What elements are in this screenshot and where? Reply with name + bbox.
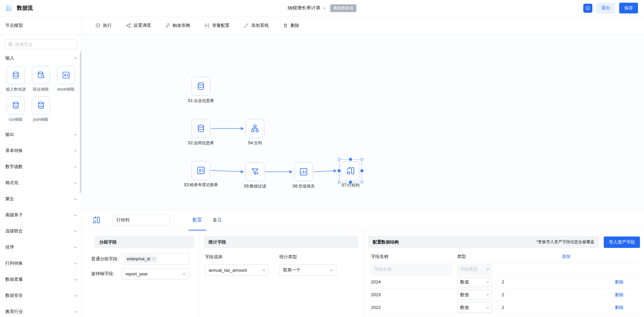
table-row: 2024数值2删除 (369, 276, 639, 288)
chevron-down-icon (262, 268, 266, 271)
resize-handle[interactable] (361, 181, 363, 183)
svg-text:JSON: JSON (39, 105, 43, 107)
palette-item-json[interactable]: JSONjson抽取 (29, 96, 54, 122)
chevron-down-icon (74, 149, 77, 151)
delete-row-link[interactable]: 删除 (615, 292, 624, 297)
toolbar-item-line[interactable]: 添加直线 (244, 22, 269, 29)
palette-item-database-search[interactable]: 联合抽取 (29, 66, 54, 92)
structure-table-body: 2024数值2删除2023数值2删除2022数值2删除 (369, 276, 639, 314)
resize-handle[interactable] (338, 181, 340, 183)
chevron-down-icon (74, 229, 77, 232)
stat-type-label: 统计类型 (279, 254, 336, 260)
palette-item-csv[interactable]: CSVcsv抽取 (3, 96, 29, 122)
sidebar-section-input[interactable]: 输入 (0, 51, 82, 65)
resize-handle[interactable] (338, 158, 340, 161)
flow-canvas[interactable]: S1:企业信息表S2:合同信息表S4:分列S3:税务年度记录表S5:数据过滤S6… (83, 35, 644, 210)
exit-button[interactable]: 退出 (596, 3, 615, 13)
schedule-icon (126, 23, 131, 28)
delete-row-link[interactable]: 删除 (615, 305, 624, 310)
toolbar-item-play[interactable]: 执行 (95, 22, 112, 29)
group-field-input[interactable]: enterprise_id × (122, 253, 189, 265)
app-launcher-grid-icon[interactable] (6, 5, 12, 11)
import-asset-fields-button[interactable]: 导入资产字段 (604, 236, 640, 248)
delete-row-link[interactable]: 删除 (615, 279, 624, 284)
resize-handle[interactable] (361, 158, 363, 161)
chevron-down-icon (486, 280, 489, 283)
sidebar-section[interactable]: 行列转换 (0, 255, 82, 271)
palette-item-excel[interactable]: excel抽取 (53, 66, 78, 92)
connector-handle[interactable] (349, 158, 352, 161)
data-structure-header: 配置数据结构 *更换导入资产字段信息会被覆盖 导入资产字段 (368, 236, 640, 248)
pivot-axis-row: 旋转轴字段: report_year (91, 268, 200, 279)
tab-config[interactable]: 配置 (189, 210, 206, 230)
field-value-cell: 2 (500, 292, 560, 297)
column-header-name: 字段名称 (369, 254, 455, 260)
chevron-down-icon (74, 310, 77, 312)
flow-node-S7[interactable]: S7:行转列 (327, 161, 374, 188)
json-icon: JSON (32, 96, 50, 114)
filter-icon (246, 162, 264, 181)
tab-notes[interactable]: 备注 (209, 210, 226, 230)
monitor-button[interactable] (583, 4, 592, 13)
column-header-type: 类型 (455, 254, 500, 260)
flow-node-S6[interactable]: S6:空值填充 (280, 162, 327, 189)
sidebar-section[interactable]: 数据安全 (0, 287, 82, 304)
flow-node-label: S5:数据过滤 (244, 183, 266, 189)
toolbar-item-dependency[interactable]: 触发依赖 (165, 22, 190, 29)
connector-handle[interactable] (338, 169, 341, 172)
flow-name: 纳税增长率计算 (288, 5, 321, 11)
flow-node-S4[interactable]: S4:分列 (231, 119, 278, 146)
sidebar-section[interactable]: 数据质量 (0, 271, 82, 287)
stat-type-select[interactable]: 取第一个 (279, 264, 336, 276)
field-type-select[interactable]: 数值 (457, 277, 492, 287)
sidebar-section[interactable]: 教育行业 (0, 304, 82, 317)
toolbar-item-variable[interactable]: 变量配置 (204, 22, 229, 29)
node-name-input[interactable] (113, 215, 170, 225)
pivot-axis-select[interactable]: report_year (122, 268, 189, 279)
sidebar-section[interactable]: 数学函数 (0, 159, 82, 175)
data-structure-column: 配置数据结构 *更换导入资产字段信息会被覆盖 导入资产字段 字段名称 类型 添加 (364, 230, 644, 317)
stat-field-group: 字段选择 annual_tax_amount (205, 254, 269, 276)
remove-tag-icon[interactable]: × (152, 257, 155, 261)
group-field-row: 普通分组字段: enterprise_id × (91, 253, 200, 265)
flow-node-S3[interactable]: S3:税务年度记录表 (177, 161, 224, 188)
app-title: 数据流 (17, 5, 33, 12)
sidebar-section[interactable]: 连接联合 (0, 223, 82, 239)
field-type-select[interactable]: 数值 (457, 303, 492, 313)
toolbar-item-trash[interactable]: 删除 (283, 22, 299, 29)
flow-name-dropdown[interactable]: 纳税增长率计算 (288, 5, 326, 11)
csv-icon: CSV (7, 96, 25, 114)
chevron-down-icon (74, 197, 77, 200)
sidebar-section[interactable]: 格式化 (0, 175, 82, 191)
new-field-type-select[interactable]: 字段类型 (457, 264, 492, 274)
search-input[interactable] (15, 42, 74, 47)
connector-handle[interactable] (349, 181, 352, 184)
sidebar-section[interactable]: 聚合 (0, 191, 82, 207)
add-row-link[interactable]: 添加 (562, 254, 571, 259)
sidebar-section[interactable]: 输出 (0, 126, 82, 143)
flow-node-S5[interactable]: S5:数据过滤 (231, 162, 278, 189)
new-field-name-input[interactable] (371, 264, 452, 274)
field-type-select[interactable]: 数值 (457, 290, 492, 300)
config-tabs: 配置 备注 (189, 210, 226, 230)
save-button[interactable]: 保存 (619, 3, 638, 13)
flow-node-S2[interactable]: S2:合同信息表 (177, 119, 224, 146)
palette-item-database[interactable]: 输入数据源 (3, 66, 29, 92)
chevron-down-icon (486, 306, 489, 308)
sidebar-section[interactable]: 高级算子 (0, 207, 82, 223)
sidebar-section[interactable]: 基本转换 (0, 143, 82, 159)
group-fields-title: 分组字段 (95, 236, 194, 248)
sidebar-section[interactable]: 排序 (0, 239, 82, 255)
trash-icon (283, 23, 288, 28)
group-field-label: 普通分组字段: (91, 256, 122, 262)
stat-fields-form: 字段选择 annual_tax_amount 统计类型 取第一个 (205, 254, 364, 276)
stat-field-select[interactable]: annual_tax_amount (205, 264, 269, 276)
flow-node-S1[interactable]: S1:企业信息表 (177, 77, 224, 104)
toolbar-item-schedule[interactable]: 设置调度 (126, 22, 151, 29)
sidebar-node-grid: 输入数据源联合抽取excel抽取CSVcsv抽取JSONjson抽取 (0, 65, 82, 126)
data-structure-title: 配置数据结构 (373, 239, 399, 245)
field-name-cell: 2023 (369, 292, 455, 297)
row-to-column-icon (92, 216, 101, 224)
connector-handle[interactable] (361, 169, 364, 172)
sidebar-scrollbar[interactable] (80, 51, 81, 193)
